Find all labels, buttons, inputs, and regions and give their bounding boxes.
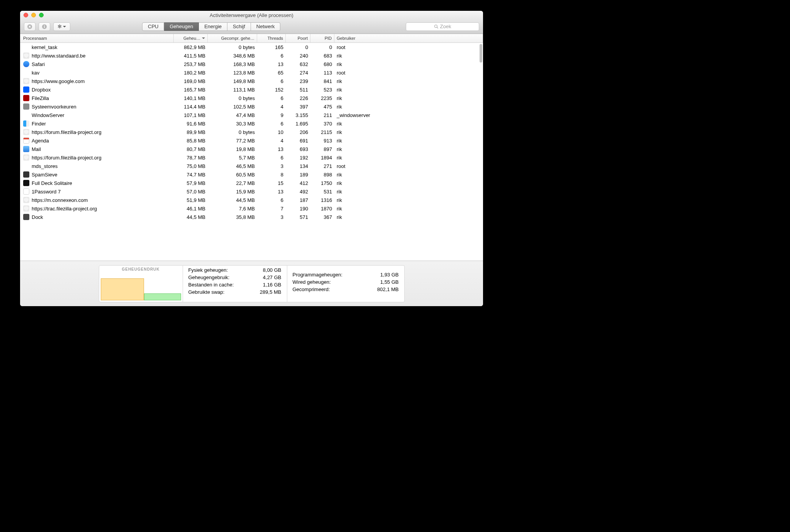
cell-pid: 0 [310,44,334,50]
col-pid[interactable]: PID [310,34,334,42]
table-row[interactable]: SpamSieve74,7 MB60,5 MB8189898rik [20,170,483,179]
cell-threads: 165 [257,44,286,50]
table-row[interactable]: Safari253,7 MB168,3 MB13632680rik [20,60,483,68]
cell-port: 397 [286,104,310,110]
minimize-window-button[interactable] [31,13,36,17]
inspect-process-button[interactable] [39,22,50,31]
cell-pid: 683 [310,53,334,59]
cell-threads: 6 [257,197,286,203]
process-icon [23,95,29,101]
tab-cpu[interactable]: CPU [142,22,164,31]
cell-port: 632 [286,61,310,67]
cell-user: rik [334,146,483,152]
stop-process-button[interactable] [24,22,36,31]
col-port[interactable]: Poort [286,34,310,42]
cell-user: rik [334,180,483,186]
cell-memory: 57,0 MB [174,189,208,195]
cell-compressed: 0 bytes [208,44,257,50]
table-row[interactable]: https://forum.filezilla-project.org89,9 … [20,128,483,136]
cell-memory: 51,9 MB [174,197,208,203]
stat-value: 1,93 GB [380,272,399,278]
search-input[interactable]: Zoek [406,22,479,31]
cell-user: rik [334,138,483,144]
cell-user: root [334,70,483,76]
process-icon [23,69,29,76]
table-row[interactable]: Mail80,7 MB19,8 MB13693897rik [20,145,483,153]
cell-port: 190 [286,206,310,212]
cell-pid: 1316 [310,197,334,203]
tab-network[interactable]: Netwerk [251,22,281,31]
cell-threads: 3 [257,214,286,220]
cell-pid: 2115 [310,129,334,135]
settings-menu-button[interactable]: ✻ [53,22,70,31]
table-body[interactable]: kernel_task862,9 MB0 bytes16500roothttp:… [20,43,483,261]
col-compressed-memory[interactable]: Gecompr. gehe… [208,34,257,42]
table-row[interactable]: kernel_task862,9 MB0 bytes16500root [20,43,483,51]
stat-value: 1,55 GB [380,279,399,285]
table-row[interactable]: FileZilla140,1 MB0 bytes62262235rik [20,94,483,102]
svg-line-7 [437,27,438,28]
table-row[interactable]: https://forum.filezilla-project.org78,7 … [20,153,483,162]
table-row[interactable]: http://www.standaard.be411,5 MB348,6 MB6… [20,51,483,60]
process-name: https://www.google.com [32,78,85,84]
process-name: WindowServer [32,112,64,118]
table-row[interactable]: Finder91,6 MB30,3 MB61.695370rik [20,119,483,128]
table-row[interactable]: WindowServer107,1 MB47,4 MB93.155211_win… [20,111,483,119]
cell-memory: 80,7 MB [174,146,208,152]
process-icon [23,205,29,212]
titlebar[interactable]: Activiteitenweergave (Alle processen) [20,11,483,19]
table-row[interactable]: Systeemvoorkeuren114,4 MB102,5 MB4397475… [20,102,483,111]
stat-label: Fysiek geheugen: [188,267,228,273]
cell-threads: 6 [257,121,286,127]
cell-port: 206 [286,129,310,135]
tab-disk[interactable]: Schijf [227,22,251,31]
vertical-scrollbar[interactable] [480,44,482,63]
process-icon [23,44,29,50]
table-row[interactable]: https://www.google.com169,0 MB149,8 MB62… [20,77,483,85]
table-row[interactable]: kav180,2 MB123,8 MB65274113root [20,68,483,77]
table-row[interactable]: Agenda85,8 MB77,2 MB4691913rik [20,136,483,145]
table-row[interactable]: Full Deck Solitaire57,9 MB22,7 MB1541217… [20,179,483,187]
stat-row: Bestanden in cache:1,16 GB [183,281,287,288]
table-row[interactable]: mds_stores75,0 MB46,5 MB3134271root [20,162,483,170]
col-memory[interactable]: Geheu… [174,34,208,42]
cell-port: 192 [286,155,310,161]
cell-compressed: 15,9 MB [208,189,257,195]
cell-threads: 6 [257,78,286,84]
close-window-button[interactable] [24,13,28,17]
process-name: 1Password 7 [32,189,61,195]
cell-port: 691 [286,138,310,144]
process-name: FileZilla [32,95,49,101]
chevron-down-icon [63,26,66,29]
cell-memory: 91,6 MB [174,121,208,127]
process-name: https://trac.filezilla-project.org [32,206,97,212]
tab-memory[interactable]: Geheugen [164,22,199,31]
cell-pid: 1894 [310,155,334,161]
table-row[interactable]: Dock44,5 MB35,8 MB3571367rik [20,213,483,221]
col-threads[interactable]: Threads [257,34,286,42]
cell-memory: 253,7 MB [174,61,208,67]
table-row[interactable]: https://trac.filezilla-project.org46,1 M… [20,204,483,213]
table-row[interactable]: Dropbox165,7 MB113,1 MB152511523rik [20,85,483,94]
cell-compressed: 348,6 MB [208,53,257,59]
process-name: Safari [32,61,45,67]
stat-label: Wired geheugen: [293,279,331,285]
cell-compressed: 30,3 MB [208,121,257,127]
zoom-window-button[interactable] [39,13,44,17]
process-name: Finder [32,121,46,127]
stat-label: Programmageheugen: [293,272,342,278]
cell-port: 134 [286,163,310,169]
process-name: SpamSieve [32,172,57,178]
cell-memory: 140,1 MB [174,95,208,101]
col-process-name[interactable]: Procesnaam [20,34,174,42]
cell-user: rik [334,61,483,67]
table-row[interactable]: https://m.connexeon.com51,9 MB44,5 MB618… [20,196,483,204]
table-row[interactable]: 1Password 757,0 MB15,9 MB13492531rik [20,187,483,196]
stat-row: Geheugengebruik:4,27 GB [183,274,287,281]
chart-body [101,272,181,300]
stat-label: Geheugengebruik: [188,274,230,280]
tab-energy[interactable]: Energie [199,22,227,31]
stat-value: 1,16 GB [263,282,281,288]
col-user[interactable]: Gebruiker [334,34,483,42]
process-icon [23,197,29,203]
